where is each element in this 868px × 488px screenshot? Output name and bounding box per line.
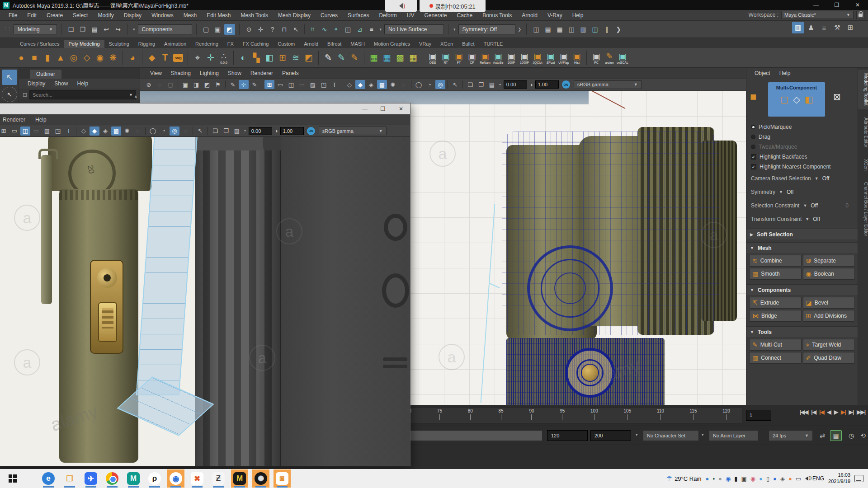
screenshot-tray-icon[interactable]: ▣	[741, 475, 746, 482]
camera-based-selection-row[interactable]: Camera Based Selection ▼ Off	[746, 172, 858, 185]
poly-svg-icon[interactable]: svg	[172, 49, 184, 66]
shaded-icon[interactable]: ◆	[355, 80, 365, 89]
animation-editor-icon[interactable]: ◫	[590, 24, 600, 35]
shelf-tab-xgen[interactable]: XGen	[436, 40, 458, 48]
outliner-menu-help[interactable]: Help	[73, 80, 92, 87]
camera-key-icon[interactable]: ◨	[191, 80, 201, 89]
shelf-tab-turtle[interactable]: TURTLE	[479, 40, 508, 48]
bevel-button[interactable]: ◪Bevel	[803, 297, 855, 309]
quad-draw-button[interactable]: ✐Quad Draw	[803, 352, 855, 364]
expand-icon[interactable]: ❯	[613, 24, 624, 35]
shelf-tab-bifrost[interactable]: Bifrost	[323, 40, 346, 48]
outliner-menu-display[interactable]: Display	[24, 80, 49, 87]
pick-marquee-radio[interactable]: Pick/Marquee	[746, 122, 858, 132]
usb-drive-tray-icon[interactable]: ▯	[766, 475, 769, 482]
wireframe-icon[interactable]: ◇	[344, 80, 354, 89]
gpu-tray-icon[interactable]: ▪	[712, 475, 715, 482]
go-to-end-button[interactable]: ▶▶|	[857, 409, 865, 415]
xray-icon[interactable]: ◯	[148, 127, 158, 136]
make-live-icon[interactable]: ≡	[366, 24, 377, 35]
uv-checker-icon[interactable]: ▩	[394, 49, 406, 66]
chevron-down-icon[interactable]: ▾	[701, 432, 705, 437]
live-surface-dropdown[interactable]: No Live Surface	[384, 24, 444, 34]
dim-icon[interactable]: ◌	[155, 80, 165, 89]
shelf-hist[interactable]: ▣Hist	[571, 49, 583, 66]
camera-icon[interactable]: ▣	[180, 80, 190, 89]
select-highlight-icon[interactable]: ↖	[195, 127, 205, 136]
snap-move-icon[interactable]: ✛	[255, 24, 266, 35]
notification-center-icon[interactable]	[854, 475, 863, 482]
dim-icon[interactable]: ◌	[180, 127, 190, 136]
help-icon[interactable]: ?	[267, 24, 278, 35]
next-key-button[interactable]: ▶|	[841, 409, 846, 415]
film-gate-icon[interactable]: ▭	[275, 80, 285, 89]
taskbar-chrome[interactable]	[104, 469, 121, 488]
safe-action-icon[interactable]: ◳	[319, 80, 329, 89]
graph-editor-icon[interactable]: ◫	[566, 24, 577, 35]
bevel-shelf-icon[interactable]: ◩	[303, 49, 315, 66]
bluetooth-tray-icon[interactable]: ●	[773, 475, 777, 482]
loop-toggle-icon[interactable]: ⇄	[816, 430, 828, 441]
character-controls-toggle[interactable]: ♟	[805, 22, 817, 33]
taskbar-xmind[interactable]: ✖	[189, 469, 206, 488]
chevron-down-icon[interactable]: ▾	[379, 27, 383, 32]
snap-point-icon[interactable]: ⌖	[331, 24, 342, 35]
shelf-autose[interactable]: ▣AutoSe	[492, 49, 504, 66]
open-scene-icon[interactable]: ❐	[77, 24, 88, 35]
multi-cut-shelf-icon[interactable]: ✎	[322, 49, 334, 66]
color-management-toggle[interactable]: ON	[562, 80, 570, 89]
shelf-tab-custom[interactable]: Custom	[273, 40, 299, 48]
go-to-start-button[interactable]: |◀◀	[800, 409, 808, 415]
shelf-tab-curves-surfaces[interactable]: Curves / Surfaces	[15, 40, 64, 48]
uv-editor-icon[interactable]: ▥	[578, 24, 589, 35]
textured-icon[interactable]: ◈	[100, 127, 110, 136]
taskbar-marmoset[interactable]: M	[231, 469, 248, 488]
menu-set-dropdown[interactable]: Modeling ▼	[14, 24, 57, 34]
highlight-nearest-component-checkbox[interactable]: ✓ Highlight Nearest Component	[746, 162, 858, 172]
idle-tray-icon[interactable]: ●	[718, 475, 722, 482]
poly-sphere-icon[interactable]: ●	[15, 49, 27, 66]
symmetry-row[interactable]: Symmetry ▼ Off	[746, 185, 858, 199]
usb-tray-icon[interactable]: ●	[706, 475, 709, 482]
xray-icon[interactable]: ◯	[414, 80, 424, 89]
modeling-toolkit-toggle[interactable]: ▥	[792, 22, 804, 33]
time-editor-icon[interactable]: ◷	[845, 430, 857, 441]
menu-display[interactable]: Display	[119, 12, 146, 19]
uv-grid-green-icon[interactable]: ▦	[368, 49, 380, 66]
selection-mode-dropdown[interactable]: Components	[138, 24, 192, 34]
close-button[interactable]: ✕	[392, 103, 410, 114]
gamma-field[interactable]: 1.00	[535, 80, 559, 89]
viewport-menu-lighting[interactable]: Lighting	[195, 70, 223, 76]
fps-dropdown[interactable]: 24 fps ▼	[769, 430, 813, 441]
shield-tray-icon[interactable]: ◉	[726, 475, 731, 482]
shelf-oss[interactable]: ▣OSS	[427, 49, 439, 66]
floating-menu-help[interactable]: Help	[30, 117, 52, 123]
pause-icon[interactable]: ∥	[601, 24, 612, 35]
shelf-tab-motion-graphics[interactable]: Motion Graphics	[369, 40, 415, 48]
use-all-lights-icon[interactable]: ▩	[111, 127, 121, 136]
poly-cube-icon[interactable]: ■	[28, 49, 40, 66]
taskbar-edge[interactable]: e	[40, 469, 57, 488]
evaluation-mode-icon[interactable]: ⟲	[857, 430, 868, 441]
select-object-icon[interactable]: ▣	[212, 24, 223, 35]
poly-plane-icon[interactable]: ◇	[81, 49, 93, 66]
shelf-tab-rendering[interactable]: Rendering	[191, 40, 223, 48]
exposure-icon[interactable]: ◔	[498, 81, 501, 88]
boolean-shelf-icon[interactable]: ≋	[290, 49, 302, 66]
mesh-section[interactable]: ▼ Mesh	[746, 242, 858, 253]
multi-cut-button[interactable]: ✎Multi-Cut	[749, 339, 802, 351]
menu-edit-mesh[interactable]: Edit Mesh	[202, 12, 236, 19]
vertex-mode-icon[interactable]: ▢	[780, 94, 788, 105]
menu-curves[interactable]: Curves	[316, 12, 343, 19]
pan-zoom-icon[interactable]: ⊹	[239, 80, 249, 89]
safe-title-icon[interactable]: T	[64, 127, 74, 136]
menu-v-ray[interactable]: V-Ray	[542, 12, 567, 19]
connect-button[interactable]: ▥Connect	[749, 352, 802, 364]
bookmark-icon[interactable]: ⚑	[213, 80, 223, 89]
shelf-cp[interactable]: ▣CP	[466, 49, 478, 66]
menu-uv[interactable]: UV	[402, 12, 420, 19]
wireframe-icon[interactable]: ◇	[79, 127, 89, 136]
grip-handle[interactable]: ⋮⋮	[3, 26, 11, 32]
menu-windows[interactable]: Windows	[146, 12, 179, 19]
attribute-editor-toggle[interactable]: ⊞	[844, 22, 856, 33]
